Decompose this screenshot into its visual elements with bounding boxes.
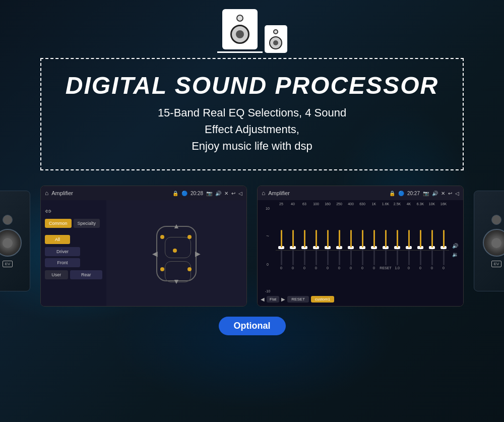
- left-screen-content: ⇔ Common Specialty All Driver Front User: [41, 200, 246, 307]
- right-time: 20:27: [407, 191, 420, 196]
- volume-up-icon[interactable]: 🔊: [452, 243, 458, 249]
- right-sp-tweeter: [491, 215, 501, 225]
- eq-volume-controls: 🔊 🔉: [450, 207, 460, 293]
- freq-1.6k: 1.6K: [380, 202, 391, 206]
- main-content: DIGITAL SOUND PROCESSOR 15-Band Real EQ …: [0, 0, 504, 422]
- left-app-name: Amplifier: [51, 190, 169, 196]
- dsp-title: DIGITAL SOUND PROCESSOR: [61, 72, 443, 99]
- freq-630: 630: [357, 202, 368, 206]
- all-button[interactable]: All: [45, 235, 70, 244]
- custom1-button[interactable]: custom1: [311, 296, 334, 303]
- left-screen-topbar: ⌂ Amplifier 🔒 🔵 20:28 📷 🔊 ✕ ↩ ◁: [41, 186, 246, 200]
- freq-labels-row: 25 40 63 100 160 250 400 630 1K 1.6K 2.5…: [261, 202, 460, 206]
- arrow-bottom-icon[interactable]: ▼: [173, 277, 180, 285]
- left-sp-logo: EV: [3, 261, 13, 267]
- freq-160: 160: [322, 202, 333, 206]
- speaker-main-icon: [222, 9, 258, 49]
- user-button[interactable]: User: [45, 270, 68, 279]
- specialty-button[interactable]: Specialty: [74, 219, 100, 228]
- dsp-subtitle-line1: 15-Band Real EQ Selections, 4 Sound: [158, 106, 346, 119]
- car-graphic: ◀ ▶ ▲ ▼: [151, 221, 202, 286]
- right-screen[interactable]: ⌂ Amplifier 🔒 🔵 20:27 📷 🔊 ✕ ↩ ◁ 25 40 63…: [257, 186, 464, 307]
- right-screen-topbar: ⌂ Amplifier 🔒 🔵 20:27 📷 🔊 ✕ ↩ ◁: [258, 186, 463, 200]
- speaker-small-icon: [265, 25, 287, 53]
- speaker-woofer: [230, 25, 249, 44]
- rear-button[interactable]: Rear: [70, 270, 102, 279]
- freq-2.5k: 2.5K: [392, 202, 403, 206]
- left-sp-woofer: [0, 229, 22, 257]
- right-speaker-cabinet: EV: [474, 191, 504, 291]
- dot-rear-right[interactable]: [187, 267, 192, 271]
- right-sound-icon: 🔊: [432, 191, 438, 196]
- mode-btn-row: Common Specialty: [45, 219, 102, 228]
- freq-10k: 10K: [426, 202, 437, 206]
- left-speaker-cabinet: EV: [0, 191, 30, 291]
- reset-button[interactable]: RESET: [287, 296, 309, 303]
- right-nav-icon: ◁: [455, 191, 459, 196]
- common-button[interactable]: Common: [45, 219, 72, 228]
- right-side-speaker: EV: [474, 186, 504, 291]
- car-body: [156, 226, 197, 281]
- freq-4k: 4K: [403, 202, 414, 206]
- eq-next-button[interactable]: ▶: [281, 296, 285, 302]
- left-camera-icon: 📷: [206, 191, 212, 196]
- left-sp-tweeter: [3, 215, 13, 225]
- left-home-icon: ⌂: [45, 190, 48, 197]
- left-sound-icon: 🔊: [215, 191, 221, 196]
- dsp-box: DIGITAL SOUND PROCESSOR 15-Band Real EQ …: [40, 58, 464, 170]
- left-lock-icon: 🔒: [172, 191, 178, 196]
- right-back-icon: ↩: [448, 191, 452, 196]
- flat-button[interactable]: Flat: [267, 296, 279, 303]
- right-sp-logo: EV: [491, 261, 502, 267]
- right-app-name: Amplifier: [268, 190, 386, 196]
- arrow-right-icon[interactable]: ▶: [195, 250, 201, 258]
- right-sp-woofer: [483, 229, 505, 257]
- freq-6.3k: 6.3K: [415, 202, 426, 206]
- speaker-small-tweeter: [273, 29, 278, 34]
- speaker-small-woofer: [269, 36, 282, 49]
- left-nav-icon: ◁: [238, 191, 242, 196]
- dot-front-left[interactable]: [160, 235, 164, 239]
- eq-icon-left[interactable]: ~: [266, 233, 269, 239]
- dsp-subtitle-line3: Enjoy music life with dsp: [192, 140, 312, 152]
- eq-prev-button[interactable]: ◀: [261, 296, 265, 302]
- arrow-top-icon[interactable]: ▲: [173, 222, 180, 230]
- right-eq-content: 25 40 63 100 160 250 400 630 1K 1.6K 2.5…: [258, 200, 463, 307]
- speaker-tweeter: [236, 15, 243, 22]
- dot-center[interactable]: [173, 249, 177, 253]
- right-bluetooth-icon: 🔵: [398, 191, 404, 196]
- eq-sliders-area: 10 ~ 0 -10 0: [261, 207, 460, 293]
- car-graphic-panel: ◀ ▶ ▲ ▼: [106, 200, 246, 307]
- eq-db-labels: 10 ~ 0 -10: [261, 207, 275, 293]
- dot-rear-left[interactable]: [160, 267, 164, 271]
- left-back-icon: ↩: [231, 191, 235, 196]
- freq-100: 100: [310, 202, 322, 206]
- left-time: 20:28: [191, 191, 203, 196]
- volume-down-icon[interactable]: 🔉: [452, 252, 458, 257]
- right-home-icon: ⌂: [262, 190, 265, 197]
- eq-sliders: 0 0 0 0: [276, 207, 449, 293]
- left-bluetooth-icon: 🔵: [181, 191, 187, 196]
- freq-40: 40: [287, 202, 298, 206]
- dsp-subtitle-line2: Effect Adjustments,: [205, 123, 299, 136]
- front-button[interactable]: Front: [45, 258, 80, 267]
- freq-1k: 1K: [368, 202, 380, 206]
- left-close-icon: ✕: [224, 191, 228, 196]
- right-lock-icon: 🔒: [389, 191, 395, 196]
- speaker-line: [217, 51, 263, 53]
- arrow-left-icon[interactable]: ◀: [152, 250, 158, 258]
- db-neg10: -10: [265, 289, 270, 293]
- right-camera-icon: 📷: [423, 191, 429, 196]
- screens-row: EV ⌂ Amplifier 🔒 🔵 20:28 📷 🔊 ✕ ↩ ◁: [0, 186, 504, 307]
- left-screen[interactable]: ⌂ Amplifier 🔒 🔵 20:28 📷 🔊 ✕ ↩ ◁ ⇔ Common: [40, 186, 247, 307]
- freq-400: 400: [345, 202, 356, 206]
- left-side-speaker: EV: [0, 186, 30, 291]
- dot-front-right[interactable]: [187, 235, 192, 239]
- freq-250: 250: [334, 202, 345, 206]
- driver-button[interactable]: Driver: [45, 247, 80, 256]
- eq-bottom-bar: ◀ Flat ▶ RESET custom1: [261, 293, 460, 305]
- eq-adjust-icon: ⇔: [45, 206, 102, 216]
- db-10: 10: [266, 207, 270, 210]
- optional-badge: Optional: [219, 317, 286, 335]
- left-eq-panel: ⇔ Common Specialty All Driver Front User: [41, 200, 106, 307]
